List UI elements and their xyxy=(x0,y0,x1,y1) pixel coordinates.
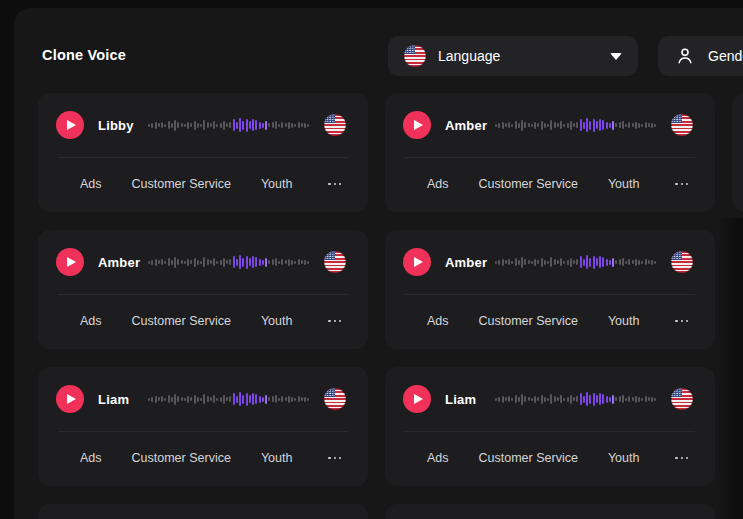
voice-card xyxy=(385,504,715,519)
tag-row: AdsCustomer ServiceYouth xyxy=(38,158,368,210)
clone-voice-screen: Clone Voice Language Gender Libby AdsCus… xyxy=(0,0,743,519)
play-icon xyxy=(414,120,423,130)
chevron-down-icon xyxy=(610,53,622,60)
play-button[interactable] xyxy=(403,111,431,139)
voice-name: Liam xyxy=(98,392,146,407)
ellipsis-icon xyxy=(675,457,678,460)
more-options-button[interactable] xyxy=(671,179,692,190)
play-button[interactable] xyxy=(403,248,431,276)
voice-card xyxy=(732,230,743,349)
ellipsis-icon xyxy=(675,183,678,186)
tag: Customer Service xyxy=(479,451,578,465)
ellipsis-icon xyxy=(328,320,331,323)
tag: Ads xyxy=(80,314,102,328)
card-top-row: Amber xyxy=(385,93,715,157)
voice-card: Liam AdsCustomer ServiceYouth xyxy=(38,367,368,486)
tag-row: AdsCustomer ServiceYouth xyxy=(38,295,368,347)
ellipsis-icon xyxy=(681,457,684,460)
waveform xyxy=(148,117,310,133)
ellipsis-icon xyxy=(339,183,342,186)
voice-card xyxy=(732,504,743,519)
play-button[interactable] xyxy=(56,111,84,139)
gender-filter-button[interactable]: Gender xyxy=(658,36,743,76)
us-flag-icon xyxy=(324,114,346,136)
card-top-row: Libby xyxy=(38,93,368,157)
ellipsis-icon xyxy=(328,183,331,186)
play-icon xyxy=(414,257,423,267)
more-options-button[interactable] xyxy=(324,453,345,464)
us-flag-icon xyxy=(324,388,346,410)
more-options-button[interactable] xyxy=(324,179,345,190)
ellipsis-icon xyxy=(334,320,337,323)
card-top-row: Amber xyxy=(385,230,715,294)
tag: Youth xyxy=(261,314,293,328)
play-button[interactable] xyxy=(56,248,84,276)
play-button[interactable] xyxy=(403,385,431,413)
ellipsis-icon xyxy=(339,457,342,460)
play-icon xyxy=(67,120,76,130)
card-top-row: Amber xyxy=(38,230,368,294)
more-options-button[interactable] xyxy=(324,316,345,327)
voice-card: Libby AdsCustomer ServiceYouth xyxy=(38,93,368,212)
voice-card: Liam AdsCustomer ServiceYouth xyxy=(385,367,715,486)
waveform xyxy=(148,254,310,270)
us-flag-icon xyxy=(671,251,693,273)
tag: Youth xyxy=(261,451,293,465)
tag-row: AdsCustomer ServiceYouth xyxy=(385,432,715,484)
tag: Ads xyxy=(80,177,102,191)
tag: Ads xyxy=(80,451,102,465)
ellipsis-icon xyxy=(681,320,684,323)
voice-name: Amber xyxy=(445,255,493,270)
voice-name: Liam xyxy=(445,392,493,407)
ellipsis-icon xyxy=(686,183,689,186)
tag: Customer Service xyxy=(479,177,578,191)
tag-row: AdsCustomer ServiceYouth xyxy=(385,158,715,210)
tag: Customer Service xyxy=(132,451,231,465)
voice-card xyxy=(732,367,743,486)
voice-card xyxy=(38,504,368,519)
us-flag-icon xyxy=(324,251,346,273)
voice-name: Libby xyxy=(98,118,146,133)
person-icon xyxy=(674,45,696,67)
voice-card: Amber AdsCustomer ServiceYouth xyxy=(385,93,715,212)
ellipsis-icon xyxy=(686,457,689,460)
language-filter-button[interactable]: Language xyxy=(388,36,638,76)
tag: Ads xyxy=(427,177,449,191)
us-flag-icon xyxy=(404,45,426,67)
ellipsis-icon xyxy=(328,457,331,460)
card-top-row: Liam xyxy=(385,367,715,431)
play-button[interactable] xyxy=(56,385,84,413)
ellipsis-icon xyxy=(686,320,689,323)
waveform xyxy=(495,254,657,270)
tag: Youth xyxy=(608,314,640,328)
play-icon xyxy=(67,394,76,404)
tag-row: AdsCustomer ServiceYouth xyxy=(385,295,715,347)
tag: Customer Service xyxy=(479,314,578,328)
ellipsis-icon xyxy=(681,183,684,186)
voice-card: Amber AdsCustomer ServiceYouth xyxy=(385,230,715,349)
waveform xyxy=(495,117,657,133)
tag: Youth xyxy=(608,451,640,465)
voice-card-grid: Libby AdsCustomer ServiceYouth Amber xyxy=(38,93,743,519)
tag: Ads xyxy=(427,314,449,328)
card-top-row: Liam xyxy=(38,367,368,431)
us-flag-icon xyxy=(671,388,693,410)
more-options-button[interactable] xyxy=(671,316,692,327)
tag: Ads xyxy=(427,451,449,465)
ellipsis-icon xyxy=(675,320,678,323)
waveform xyxy=(148,391,310,407)
play-icon xyxy=(414,394,423,404)
waveform xyxy=(495,391,657,407)
more-options-button[interactable] xyxy=(671,453,692,464)
tag: Youth xyxy=(261,177,293,191)
voice-name: Amber xyxy=(98,255,146,270)
voice-card xyxy=(732,93,743,212)
play-icon xyxy=(67,257,76,267)
language-filter-label: Language xyxy=(438,48,500,64)
ellipsis-icon xyxy=(339,320,342,323)
ellipsis-icon xyxy=(334,457,337,460)
tag: Customer Service xyxy=(132,314,231,328)
tag-row: AdsCustomer ServiceYouth xyxy=(38,432,368,484)
page-title: Clone Voice xyxy=(42,47,126,63)
gender-filter-label: Gender xyxy=(708,48,743,64)
